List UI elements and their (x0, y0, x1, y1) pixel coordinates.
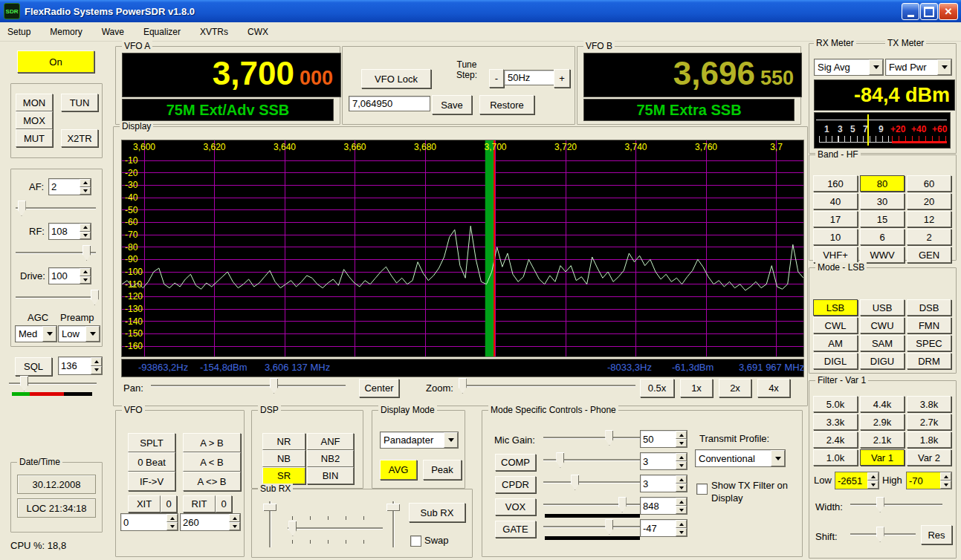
mut-button[interactable]: MUT (16, 129, 53, 147)
drive-slider[interactable] (16, 290, 96, 305)
menu-wave[interactable]: Wave (102, 27, 124, 37)
mic-gain-arrows[interactable] (676, 431, 687, 447)
comp-slider[interactable] (543, 452, 641, 468)
mode-button-am[interactable]: AM (813, 335, 858, 351)
sub-rx-pan-thumb[interactable] (288, 521, 297, 536)
split-button[interactable]: SPLT (128, 433, 175, 452)
rit-button[interactable]: RIT (183, 495, 216, 512)
cpdr-spinner[interactable]: 3 (640, 475, 687, 492)
filter-button-44k[interactable]: 4.4k (860, 396, 905, 412)
filter-button-18k[interactable]: 1.8k (907, 432, 951, 448)
mode-button-spec[interactable]: SPEC (907, 335, 951, 351)
memory-frequency-input[interactable]: 7,064950 (349, 96, 430, 111)
zoom-2x-button[interactable]: 2x (719, 379, 751, 397)
power-on-button[interactable]: On (17, 51, 94, 73)
band-button-80[interactable]: 80 (860, 175, 905, 192)
band-button-12[interactable]: 12 (907, 211, 951, 227)
cpdr-slider[interactable] (543, 475, 641, 490)
mic-gain-value[interactable]: 50 (641, 431, 676, 447)
filter-button-27k[interactable]: 2.7k (907, 414, 951, 430)
filter-reset-button[interactable]: Res (921, 525, 952, 544)
vfo-lock-button[interactable]: VFO Lock (361, 69, 431, 88)
mode-button-dsb[interactable]: DSB (907, 299, 951, 316)
mode-button-digu[interactable]: DIGU (860, 353, 905, 369)
save-button[interactable]: Save (432, 95, 472, 114)
tun-button[interactable]: TUN (61, 94, 98, 111)
cpdr-thumb[interactable] (571, 475, 579, 490)
cpdr-value[interactable]: 3 (641, 475, 676, 492)
band-button-2[interactable]: 2 (907, 229, 951, 245)
bin-button[interactable]: BIN (307, 467, 354, 484)
af-value[interactable]: 2 (49, 179, 80, 195)
filter-shift-slider[interactable] (850, 527, 916, 542)
drive-value[interactable]: 100 (49, 268, 80, 284)
sub-rx-button[interactable]: Sub RX (409, 503, 465, 522)
filter-button-10k[interactable]: 1.0k (813, 449, 858, 466)
band-button-160[interactable]: 160 (813, 175, 858, 192)
filter-shift-thumb[interactable] (876, 527, 884, 542)
filter-low-value[interactable]: -2651 (835, 472, 867, 489)
sub-rx-zero-slider[interactable] (386, 501, 401, 547)
sql-slider-thumb[interactable] (20, 376, 28, 391)
preamp-dropdown[interactable]: Low (58, 325, 100, 342)
rf-slider[interactable] (16, 245, 96, 261)
close-button[interactable]: ✕ (939, 3, 958, 20)
avg-button[interactable]: AVG (380, 460, 417, 480)
sql-spinner-arrows[interactable] (91, 357, 102, 374)
zoom-05x-button[interactable]: 0.5x (640, 379, 674, 397)
sub-rx-gain-thumb[interactable] (263, 504, 276, 511)
sql-spinner[interactable]: 136 (58, 356, 103, 375)
gate-value[interactable]: -47 (641, 520, 676, 536)
zoom-4x-button[interactable]: 4x (757, 379, 790, 397)
minimize-button[interactable] (902, 3, 919, 20)
pan-slider-thumb[interactable] (270, 378, 278, 394)
vox-thumb[interactable] (618, 497, 627, 512)
af-slider-thumb[interactable] (18, 201, 26, 216)
sub-rx-gain-slider[interactable] (262, 501, 278, 547)
af-spinner-arrows[interactable] (80, 179, 91, 195)
rx-meter-dropdown[interactable]: Sig Avg (814, 59, 884, 76)
comp-button[interactable]: COMP (495, 454, 536, 471)
band-button-40[interactable]: 40 (813, 193, 858, 209)
xit-button[interactable]: XIT (128, 495, 161, 512)
x2tr-button[interactable]: X2TR (61, 129, 98, 147)
tx-profile-dropdown[interactable]: Conventional (695, 449, 786, 467)
mic-gain-slider[interactable] (543, 430, 641, 446)
comp-spinner[interactable]: 3 (640, 452, 687, 470)
agc-dropdown[interactable]: Med (15, 325, 57, 342)
af-slider[interactable] (16, 201, 96, 216)
filter-high-spinner[interactable]: -70 (906, 472, 952, 489)
menu-cwx[interactable]: CWX (247, 27, 268, 37)
vox-slider[interactable] (543, 497, 641, 512)
nr-button[interactable]: NR (262, 433, 305, 450)
zoom-slider[interactable] (459, 378, 635, 394)
band-button-wwv[interactable]: WWV (860, 247, 905, 263)
band-button-60[interactable]: 60 (907, 175, 951, 192)
af-spinner[interactable]: 2 (48, 178, 91, 195)
rit-clear-button[interactable]: 0 (216, 495, 232, 512)
mic-gain-thumb[interactable] (605, 430, 613, 446)
display-mode-dropdown[interactable]: Panadapter (380, 432, 459, 449)
filter-low-spinner[interactable]: -2651 (835, 472, 879, 489)
cpdr-button[interactable]: CPDR (495, 476, 536, 493)
sql-value[interactable]: 136 (59, 357, 91, 374)
tx-meter-dropdown[interactable]: Fwd Pwr (885, 59, 952, 76)
zoom-slider-thumb[interactable] (459, 378, 467, 394)
band-button-20[interactable]: 20 (907, 193, 951, 209)
filter-button-21k[interactable]: 2.1k (860, 432, 905, 448)
rit-spinner[interactable]: 260 (180, 513, 241, 531)
vox-spinner[interactable]: 848 (640, 497, 687, 515)
sr-button[interactable]: SR (262, 467, 305, 484)
drive-spinner-arrows[interactable] (80, 268, 91, 284)
filter-high-value[interactable]: -70 (907, 472, 940, 489)
band-button-gen[interactable]: GEN (907, 247, 951, 263)
gate-thumb[interactable] (605, 519, 613, 535)
rf-spinner-arrows[interactable] (80, 224, 91, 239)
filter-button-38k[interactable]: 3.8k (907, 396, 951, 412)
rf-spinner[interactable]: 108 (48, 223, 91, 240)
show-tx-filter-checkbox[interactable] (696, 484, 708, 495)
sub-rx-zero-thumb[interactable] (386, 504, 400, 511)
anf-button[interactable]: ANF (307, 433, 354, 450)
comp-value[interactable]: 3 (641, 453, 676, 469)
filter-button-29k[interactable]: 2.9k (860, 414, 905, 430)
